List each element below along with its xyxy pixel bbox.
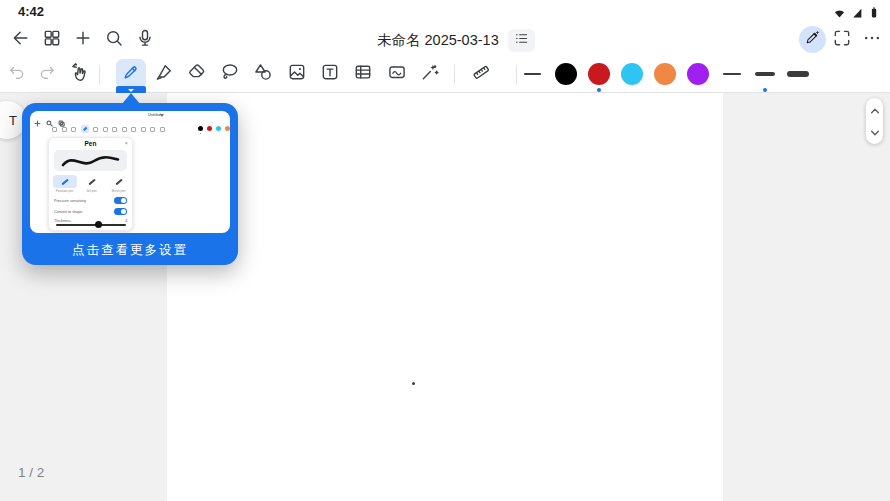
mini-toggle-on: [114, 208, 127, 215]
hand-draw-icon: [70, 62, 90, 86]
redo-icon: [37, 62, 57, 86]
tool-eraser[interactable]: [183, 60, 211, 88]
tool-marker[interactable]: [150, 60, 178, 88]
mini-color-black: [198, 126, 203, 131]
tool-ruler[interactable]: [467, 60, 495, 88]
tool-magic-wand[interactable]: [416, 60, 444, 88]
add-page-button[interactable]: [70, 27, 96, 53]
mini-toggle-row: Convert to shape: [54, 207, 127, 216]
outline-button[interactable]: [508, 29, 535, 52]
cellular-signal-icon: [850, 5, 863, 23]
mini-pen-type-option: Brush pen: [105, 175, 132, 194]
search-button[interactable]: [101, 27, 127, 53]
tool-shapes[interactable]: [249, 60, 277, 88]
undo-icon: [7, 62, 27, 86]
status-icons: [833, 5, 880, 23]
mini-plus-icon: [34, 113, 41, 131]
mini-pen-type-options: Fountain pen Gel pen Brush pen: [51, 175, 132, 194]
outline-list-icon: [514, 31, 529, 50]
shapes-icon: [253, 62, 273, 86]
tool-table[interactable]: [349, 60, 377, 88]
mini-pen-type-icon: [107, 175, 131, 188]
mini-pen-selected: [81, 125, 89, 133]
undo-button[interactable]: [3, 60, 31, 88]
back-arrow-icon: [11, 28, 31, 52]
tool-image[interactable]: [283, 60, 311, 88]
marker-pen-icon: [154, 62, 174, 86]
mini-pen-type-icon: [80, 175, 104, 188]
tool-lasso[interactable]: [216, 60, 244, 88]
mini-toolbar-icons: [52, 125, 165, 133]
fountain-pen-icon: [121, 62, 141, 86]
pages-grid-button[interactable]: [39, 27, 65, 53]
chevron-down-icon[interactable]: [870, 123, 880, 141]
mini-color-orange: [225, 126, 230, 131]
card-scribble-icon: [387, 62, 407, 86]
color-swatch-cyan[interactable]: [621, 63, 643, 85]
eraser-icon: [187, 62, 207, 86]
back-button[interactable]: [8, 27, 34, 53]
mini-toggle-on: [114, 197, 127, 204]
tool-card[interactable]: [383, 60, 411, 88]
canvas-page[interactable]: [167, 93, 723, 501]
color-swatch-orange[interactable]: [654, 63, 676, 85]
fullscreen-button[interactable]: [829, 27, 855, 53]
mini-slider-knob: [95, 221, 102, 228]
popup-tip-text[interactable]: 点击查看更多设置: [22, 242, 238, 259]
mini-selected-color-indicator: [200, 133, 202, 135]
mini-color-red: [207, 126, 212, 131]
mini-app-title: Untitled: [148, 112, 164, 118]
pen-settings-popup[interactable]: Untitled Pen ×: [22, 103, 238, 265]
more-dots-icon: [862, 28, 882, 52]
mini-color-cyan: [216, 126, 221, 131]
color-swatch-black[interactable]: [555, 63, 577, 85]
plus-icon: [73, 28, 93, 52]
tool-pen[interactable]: [117, 60, 145, 88]
thickness-thin[interactable]: [723, 73, 741, 75]
ribbon-separator: [454, 65, 455, 84]
ribbon-separator: [516, 65, 517, 84]
selected-thickness-indicator: [763, 88, 767, 92]
ai-pen-button[interactable]: [799, 26, 826, 53]
mini-pen-type-option: Gel pen: [78, 175, 105, 194]
image-icon: [287, 62, 307, 86]
ruler-icon: [471, 62, 491, 86]
voice-record-button[interactable]: [132, 27, 158, 53]
thickness-medium[interactable]: [755, 72, 775, 76]
finger-draw-toggle[interactable]: [66, 60, 94, 88]
page-scroll-control: [866, 98, 883, 144]
status-time: 4:42: [18, 4, 44, 19]
document-title[interactable]: 未命名 2025-03-13: [377, 31, 499, 50]
fullscreen-icon: [832, 28, 852, 52]
color-swatch-purple[interactable]: [687, 63, 709, 85]
chevron-up-icon[interactable]: [870, 101, 880, 119]
tool-text[interactable]: [316, 60, 344, 88]
mini-pen-type-option: Fountain pen: [51, 175, 78, 194]
popup-arrow: [122, 93, 140, 104]
lasso-icon: [220, 62, 240, 86]
more-options-button[interactable]: [859, 27, 885, 53]
floating-text-label: T: [9, 113, 17, 128]
search-icon: [104, 28, 124, 52]
color-swatch-red[interactable]: [588, 63, 610, 85]
battery-icon: [867, 5, 880, 23]
wifi-icon: [833, 5, 846, 23]
thickness-thick[interactable]: [787, 71, 809, 77]
page-indicator: 1 / 2: [18, 465, 44, 480]
selected-color-indicator: [597, 88, 601, 92]
mini-close-icon: ×: [124, 140, 128, 146]
mini-thickness-slider: [56, 224, 126, 226]
mini-card-title: Pen: [49, 140, 132, 147]
ink-dot: [412, 382, 415, 385]
document-title-group: 未命名 2025-03-13: [377, 27, 535, 53]
tool-ribbon: [0, 56, 890, 93]
mini-pen-card: Pen × Fountain pen Gel pen: [48, 137, 133, 231]
ai-pen-icon: [804, 29, 821, 50]
text-box-icon: [320, 62, 340, 86]
ribbon-separator: [99, 65, 100, 84]
grid-icon: [42, 28, 62, 52]
redo-button[interactable]: [33, 60, 61, 88]
pen-settings-preview: Untitled Pen ×: [30, 111, 230, 233]
stroke-style-sample[interactable]: [524, 73, 541, 75]
magic-wand-icon: [420, 62, 440, 86]
